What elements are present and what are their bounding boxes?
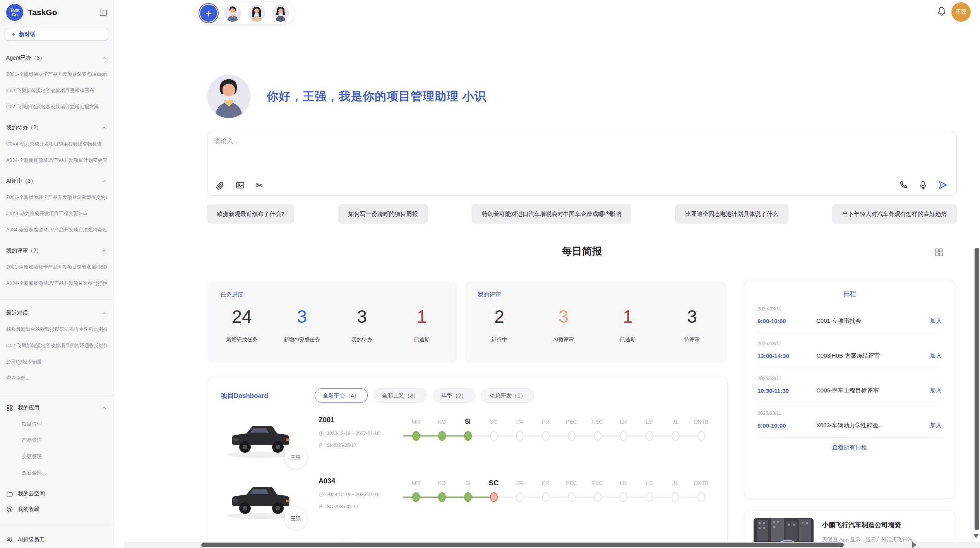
sidebar-collapse-icon[interactable] <box>99 9 108 17</box>
my-cloud-item[interactable]: 我的云空间 <box>6 490 107 497</box>
sidebar-item[interactable]: Z001-全新燃油轻卡产品开发项目SI节点属性5D文件评审 <box>6 264 107 271</box>
app-item-product-mgmt[interactable]: 产品管理 <box>22 437 107 444</box>
agent-avatar-3[interactable] <box>272 5 289 22</box>
user-avatar[interactable]: 王强 <box>951 2 971 22</box>
milestone-dot <box>594 431 601 441</box>
stat-value: 3 <box>283 305 321 328</box>
milestone-label: KO <box>429 417 455 427</box>
view-all-apps-link[interactable]: 查看全部... <box>22 469 107 476</box>
image-upload-icon[interactable] <box>235 180 245 190</box>
join-link[interactable]: 加入 <box>930 352 942 360</box>
scroll-right-arrow[interactable] <box>912 542 917 548</box>
suggestion-chip[interactable]: 欧洲新规最近颁布了什么? <box>207 204 294 224</box>
section-recent-chats[interactable]: 最近对话 <box>6 310 107 317</box>
sidebar-item[interactable]: C0X4-动力总成开发项目工程变更评审 <box>6 211 107 217</box>
my-apps-header[interactable]: 我的应用 <box>6 404 107 411</box>
join-link[interactable]: 加入 <box>930 422 942 429</box>
tab-new-platform[interactable]: 全新平台（4） <box>315 388 368 403</box>
project-date-range: 2023-12-19 ~ 2026-01-19 <box>327 492 379 497</box>
news-title: 小鹏飞行汽车制造公司增资 <box>822 521 938 529</box>
sidebar-item[interactable]: A034-全新新能源MUV产品开发项目造型可行性评审 <box>6 280 107 287</box>
milestone-timeline: MRKOSISCPAPRPECFECLRLSJ1OKTB <box>403 417 714 442</box>
milestone-connector <box>429 435 438 437</box>
join-link[interactable]: 加入 <box>930 317 942 325</box>
tab-powertrain[interactable]: 动总开发（1） <box>481 388 534 403</box>
join-link[interactable]: 加入 <box>930 387 942 394</box>
sidebar-item[interactable]: C0X4-动力总成开发项目SI里程碑提交物检查 <box>6 141 107 147</box>
schedule-time: 9:00-10:00 <box>757 422 816 429</box>
tab-new-body[interactable]: 全新上装（3） <box>374 388 427 403</box>
stat-overdue: 1 已逾期 <box>608 305 647 343</box>
app-item-project-mgmt[interactable]: 项目管理 <box>22 421 107 428</box>
section-my-todo[interactable]: 我的待办（2） <box>6 124 107 131</box>
send-icon[interactable] <box>938 180 948 190</box>
milestone-dot <box>620 431 627 441</box>
sidebar-item[interactable]: A034-全新新能源MUV产品开发项目计划变更表编写 <box>6 157 107 164</box>
milestone-node: OKTB <box>688 478 714 503</box>
chevron-up-icon[interactable] <box>101 248 107 253</box>
star-circle-icon <box>6 506 13 513</box>
suggestion-chip[interactable]: 比亚迪全固态电池计划具体说了什么 <box>675 204 788 224</box>
chevron-up-icon[interactable] <box>101 405 107 411</box>
section-agent-done[interactable]: Agent已办（3） <box>6 55 107 62</box>
suggestion-chip[interactable]: 如何写一份清晰的项目周报 <box>338 204 428 224</box>
sidebar-item[interactable]: Z001-全新燃油皮卡产品开发项目SI节点Lesson Learn报告 <box>6 71 107 78</box>
milestone-connector <box>559 497 568 498</box>
tab-year-model[interactable]: 年型（2） <box>433 388 475 403</box>
suggestion-chip[interactable]: 当下年轻人对汽车外观有怎样的喜好趋势 <box>832 204 957 224</box>
sidebar-item[interactable]: C02-飞腾新能源轻客改款项目立项汇报方案 <box>6 104 107 110</box>
project-code[interactable]: Z001 <box>319 416 396 424</box>
chevron-up-icon[interactable] <box>101 310 107 316</box>
milestone-dot <box>438 492 446 502</box>
recent-chat-item[interactable]: C02-飞腾新能源轻客改款项目的闭环通告反馈情况 <box>6 342 107 349</box>
attachment-icon[interactable] <box>215 181 224 190</box>
schedule-date: 2025/03/11 <box>757 376 942 381</box>
stat-value: 3 <box>343 305 381 328</box>
screenshot-scissors-icon[interactable]: ✂ <box>256 181 263 190</box>
milestone-connector <box>636 435 646 437</box>
notification-bell-icon[interactable] <box>937 6 947 16</box>
milestone-dot <box>464 492 472 502</box>
milestone-node: PA <box>507 478 533 503</box>
my-favorites-item[interactable]: 我的收藏 <box>6 506 107 513</box>
sidebar-item[interactable]: A034-全新新能源MUV产品开发项目法规符合性评审 <box>6 227 107 233</box>
agent-switcher: ＋ <box>195 2 295 24</box>
microphone-icon[interactable] <box>918 180 928 190</box>
project-code[interactable]: A034 <box>319 477 396 485</box>
milestone-label: PEC <box>559 478 584 488</box>
app-item-change-mgmt[interactable]: 变更管理 <box>22 453 107 460</box>
section-ai-review[interactable]: AI评审（3） <box>6 178 107 185</box>
milestone-dot <box>412 431 420 441</box>
chevron-up-icon[interactable] <box>101 178 107 184</box>
new-chat-button[interactable]: ＋ 新对话 <box>5 28 108 41</box>
section-my-review[interactable]: 我的评审（2） <box>6 247 107 254</box>
recent-chat-item[interactable]: 公司Q3轻卡销量 <box>6 359 107 365</box>
chevron-up-icon[interactable] <box>101 55 107 61</box>
project-dashboard-card: 项目Dashboard 全新平台（4） 全新上装（3） 年型（2） 动总开发（1… <box>207 377 728 548</box>
ai-staff-item[interactable]: AI超级员工 <box>6 536 107 543</box>
sidebar-item[interactable]: C02-飞腾新能源轻客改款项目里程碑画布 <box>6 87 107 94</box>
chevron-up-icon[interactable] <box>101 125 107 130</box>
scroll-down-arrow[interactable] <box>973 534 979 538</box>
horizontal-scrollbar-thumb[interactable] <box>201 543 844 547</box>
clock-icon <box>319 492 324 497</box>
milestone-connector <box>455 435 464 437</box>
milestone-label: J1 <box>662 417 688 427</box>
milestone-connector <box>472 435 481 437</box>
recent-chat-item[interactable]: 解释最新出台的欧盟报废车法规再生塑料比例被调至15%... <box>6 326 107 333</box>
agent-avatar-1[interactable] <box>224 5 241 22</box>
section-title: Agent已办（3） <box>6 55 45 62</box>
agent-avatar-2[interactable] <box>248 5 265 22</box>
milestone-dot <box>516 431 524 441</box>
phone-call-icon[interactable] <box>899 180 908 190</box>
view-all-chats-link[interactable]: 查看全部... <box>6 375 107 382</box>
milestone-connector <box>610 435 620 437</box>
suggestion-chip[interactable]: 特朗普可能对进口汽车增税会对中国车企造成哪些影响 <box>472 204 631 224</box>
view-all-schedule-link[interactable]: 查看所有日程 <box>757 444 942 451</box>
chat-input[interactable] <box>214 137 833 171</box>
add-agent-button[interactable]: ＋ <box>200 5 217 22</box>
milestone-label: FEC <box>584 478 610 488</box>
vertical-scrollbar-thumb[interactable] <box>975 248 979 530</box>
layout-grid-icon[interactable] <box>934 248 944 257</box>
sidebar-item[interactable]: Z001-全新燃油轻卡产品开发项目SI造型提交物评审 <box>6 194 107 201</box>
